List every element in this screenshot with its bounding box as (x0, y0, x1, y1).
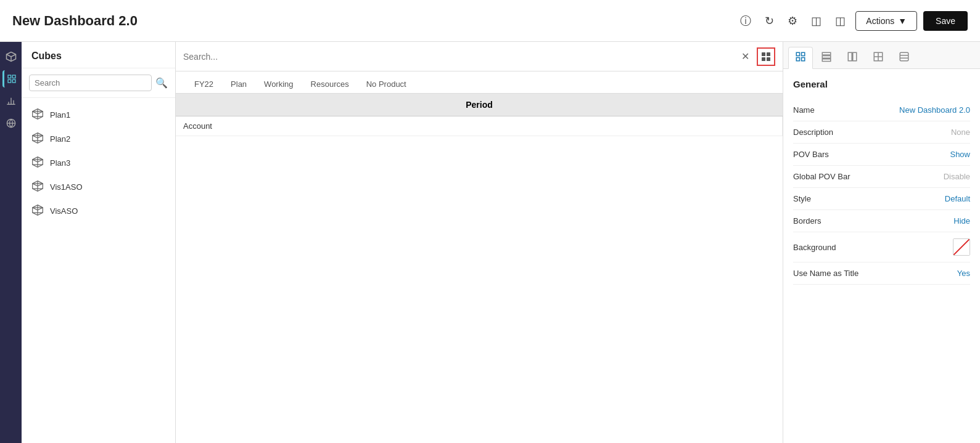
table-row: Account (176, 116, 783, 136)
sidebar-search-row: 🔍 (22, 68, 175, 98)
svg-rect-0 (8, 75, 11, 78)
rp-value-borders[interactable]: Hide (953, 216, 970, 226)
svg-rect-50 (822, 59, 831, 62)
svg-rect-1 (12, 75, 15, 78)
rp-value-pov_bars[interactable]: Show (950, 150, 970, 159)
center-content: ✕ FY22PlanWorkingResourcesNo Product Per… (176, 42, 783, 443)
refresh-button[interactable]: ↻ (761, 10, 778, 31)
sidebar-item-plan1[interactable]: Plan1 (22, 103, 175, 127)
rp-tab-grid-1[interactable] (788, 47, 813, 69)
svg-rect-44 (796, 52, 799, 55)
rp-value-name[interactable]: New Dashboard 2.0 (899, 105, 970, 115)
search-input[interactable] (29, 75, 152, 91)
topbar: New Dashboard 2.0 ⓘ ↻ ⚙ ◫ ◫ Actions ▼ Sa… (0, 0, 980, 42)
nav-icon-cube[interactable] (2, 48, 20, 65)
search-bar-row: ✕ (176, 42, 783, 71)
rp-row-global_pov_bar: Global POV BarDisable (793, 166, 970, 188)
rp-section-title: General (793, 79, 970, 89)
rp-row-description: DescriptionNone (793, 121, 970, 144)
nav-icon-globe[interactable] (2, 115, 20, 132)
rp-value-global_pov_bar: Disable (944, 172, 970, 181)
sidebar-items: Plan1 Plan2 Plan3 (22, 98, 175, 443)
sidebar-item-label-plan1: Plan1 (50, 110, 70, 120)
svg-rect-43 (767, 57, 770, 61)
rp-label-style: Style (793, 194, 811, 203)
cube-icon-plan1 (31, 108, 44, 122)
svg-rect-49 (822, 56, 831, 59)
svg-line-33 (38, 184, 43, 186)
tab-plan[interactable]: Plan (222, 76, 255, 94)
rp-row-pov_bars: POV BarsShow (793, 144, 970, 166)
nav-icon-bar-chart[interactable] (2, 92, 20, 110)
sidebar-heading: Cubes (22, 42, 175, 68)
rp-label-borders: Borders (793, 216, 821, 226)
topbar-actions: ⓘ ↻ ⚙ ◫ ◫ Actions ▼ Save (736, 10, 968, 32)
rp-tab-grid-2[interactable] (814, 47, 839, 68)
background-swatch[interactable] (953, 238, 970, 256)
svg-rect-45 (802, 52, 805, 55)
actions-chevron-icon: ▼ (898, 16, 907, 26)
settings-button[interactable]: ⚙ (784, 10, 801, 31)
svg-rect-51 (848, 52, 852, 61)
search-bar-input[interactable] (183, 52, 734, 62)
svg-rect-46 (796, 58, 799, 61)
sidebar-item-plan3[interactable]: Plan3 (22, 151, 175, 175)
rp-row-name: NameNew Dashboard 2.0 (793, 99, 970, 121)
actions-button[interactable]: Actions ▼ (855, 11, 917, 31)
rp-label-background: Background (793, 243, 836, 252)
right-panel: General NameNew Dashboard 2.0Description… (783, 42, 980, 443)
sidebar-item-plan2[interactable]: Plan2 (22, 127, 175, 151)
rp-label-name: Name (793, 105, 815, 115)
icon-sidebar (0, 42, 22, 443)
rp-tab-grid-3[interactable] (840, 47, 865, 68)
period-header: Period (176, 94, 783, 116)
cube-icon-visaso (31, 204, 44, 218)
rp-rows: NameNew Dashboard 2.0DescriptionNonePOV … (793, 99, 970, 285)
cube-icon-plan3 (31, 156, 44, 170)
tab-row: FY22PlanWorkingResourcesNo Product (176, 71, 783, 94)
sidebar-item-label-plan3: Plan3 (50, 158, 70, 168)
tab-resources[interactable]: Resources (302, 76, 358, 94)
sidebar-item-label-visaso: VisASO (50, 206, 78, 216)
rp-label-description: Description (793, 128, 833, 137)
svg-rect-2 (8, 79, 11, 83)
grid-area: Period Account (176, 94, 783, 443)
account-cell: Account (176, 116, 783, 136)
sidebar-item-vis1aso[interactable]: Vis1ASO (22, 175, 175, 199)
svg-line-27 (38, 160, 43, 162)
right-panel-body: General NameNew Dashboard 2.0Description… (783, 69, 980, 295)
svg-line-26 (33, 160, 38, 162)
rp-value-use_name_as_title[interactable]: Yes (957, 269, 970, 278)
rp-tab-grid-5[interactable] (892, 47, 916, 68)
tab-fy22[interactable]: FY22 (186, 76, 222, 94)
actions-label: Actions (866, 16, 894, 26)
svg-rect-52 (853, 52, 857, 61)
cube-icon-plan2 (31, 132, 44, 146)
svg-line-38 (33, 208, 38, 210)
grid-options-icon[interactable] (757, 47, 775, 66)
save-button[interactable]: Save (923, 11, 968, 31)
svg-rect-47 (802, 58, 805, 61)
info-button[interactable]: ⓘ (736, 10, 755, 32)
sidebar-item-visaso[interactable]: VisASO (22, 199, 175, 223)
rp-tab-grid-4[interactable] (866, 47, 891, 68)
layout-button[interactable]: ◫ (831, 10, 849, 31)
rp-row-style: StyleDefault (793, 188, 970, 210)
add-button[interactable]: ◫ (807, 10, 825, 31)
rp-row-borders: BordersHide (793, 210, 970, 232)
rp-row-use_name_as_title: Use Name as TitleYes (793, 262, 970, 285)
tab-no_product[interactable]: No Product (358, 76, 415, 94)
search-icon[interactable]: 🔍 (155, 77, 168, 89)
rp-label-use_name_as_title: Use Name as Title (793, 269, 859, 278)
rp-row-background: Background (793, 232, 970, 262)
tab-working[interactable]: Working (255, 76, 302, 94)
svg-rect-40 (762, 52, 765, 56)
rp-value-style[interactable]: Default (945, 194, 970, 203)
close-icon[interactable]: ✕ (739, 48, 752, 65)
svg-rect-48 (822, 52, 831, 55)
sidebar-item-label-vis1aso: Vis1ASO (50, 182, 83, 192)
main-layout: Cubes 🔍 Plan1 (0, 42, 980, 443)
svg-rect-42 (762, 57, 765, 61)
nav-icon-grid[interactable] (2, 70, 20, 87)
left-sidebar: Cubes 🔍 Plan1 (22, 42, 176, 443)
